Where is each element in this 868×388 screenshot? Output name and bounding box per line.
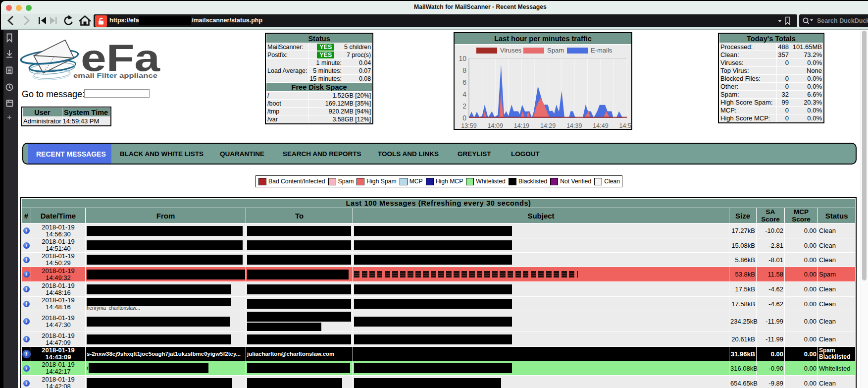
svg-text:Viruses: Viruses <box>500 47 522 54</box>
svg-text:14:59: 14:59 <box>619 122 632 129</box>
svg-text:0: 0 <box>462 114 466 122</box>
svg-text:email Filter appliance: email Filter appliance <box>73 72 158 79</box>
svg-text:14:29: 14:29 <box>540 122 556 129</box>
svg-text:10: 10 <box>459 55 466 62</box>
svg-text:2: 2 <box>462 102 466 110</box>
svg-text:4: 4 <box>462 90 466 98</box>
svg-text:14:49: 14:49 <box>593 122 608 129</box>
svg-text:Spam: Spam <box>547 47 564 54</box>
svg-text:14:39: 14:39 <box>566 122 582 129</box>
svg-text:13:59: 13:59 <box>461 122 476 129</box>
svg-text:E-mails: E-mails <box>591 47 613 54</box>
svg-text:14:09: 14:09 <box>488 122 503 129</box>
svg-text:6: 6 <box>462 78 466 86</box>
svg-text:8: 8 <box>462 66 466 74</box>
svg-text:14:19: 14:19 <box>514 122 529 129</box>
